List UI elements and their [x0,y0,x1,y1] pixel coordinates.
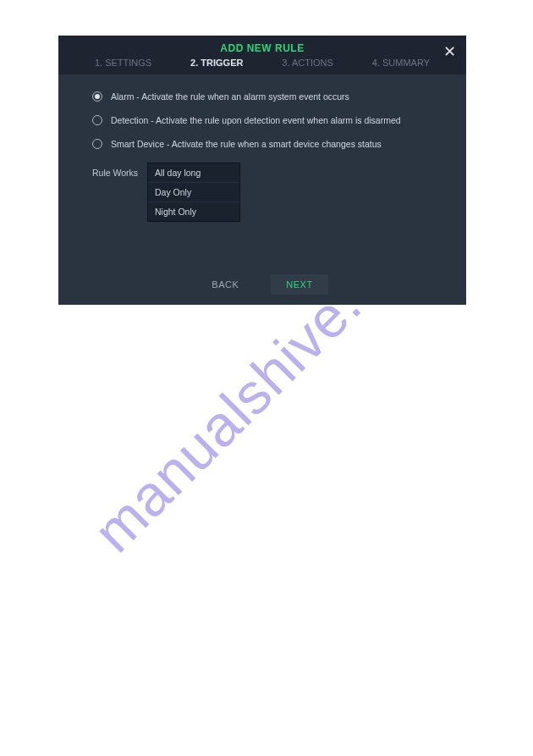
radio-icon [92,91,102,102]
radio-option-alarm[interactable]: Alarm - Activate the rule when an alarm … [92,91,432,102]
wizard-tabs: 1. SETTINGS 2. TRIGGER 3. ACTIONS 4. SUM… [58,58,466,74]
rule-works-section: Rule Works All day long Day Only Night O… [92,163,432,222]
radio-label: Smart Device - Activate the rule when a … [111,139,382,149]
tab-actions[interactable]: 3. ACTIONS [282,58,333,68]
rule-works-dropdown[interactable]: All day long Day Only Night Only [147,163,240,222]
radio-icon [92,115,102,125]
dropdown-item-all-day[interactable]: All day long [148,163,239,183]
dialog-footer: BACK NEXT [58,266,466,305]
dropdown-item-day-only[interactable]: Day Only [148,183,239,202]
dialog-header: ADD NEW RULE ✕ 1. SETTINGS 2. TRIGGER 3.… [58,36,466,74]
tab-settings[interactable]: 1. SETTINGS [95,58,151,68]
dialog-title: ADD NEW RULE [58,42,466,58]
radio-label: Detection - Activate the rule upon detec… [111,115,401,125]
radio-option-smart-device[interactable]: Smart Device - Activate the rule when a … [92,139,432,149]
tab-summary[interactable]: 4. SUMMARY [372,58,430,68]
rule-works-label: Rule Works [92,163,147,222]
add-rule-dialog: ADD NEW RULE ✕ 1. SETTINGS 2. TRIGGER 3.… [58,36,466,305]
close-icon[interactable]: ✕ [443,44,456,59]
dropdown-item-night-only[interactable]: Night Only [148,202,239,221]
radio-icon [92,139,102,149]
dialog-content: Alarm - Activate the rule when an alarm … [58,74,466,266]
tab-trigger[interactable]: 2. TRIGGER [190,58,243,68]
radio-label: Alarm - Activate the rule when an alarm … [111,91,349,102]
back-button[interactable]: BACK [196,274,254,295]
next-button[interactable]: NEXT [271,274,327,295]
radio-option-detection[interactable]: Detection - Activate the rule upon detec… [92,115,432,125]
